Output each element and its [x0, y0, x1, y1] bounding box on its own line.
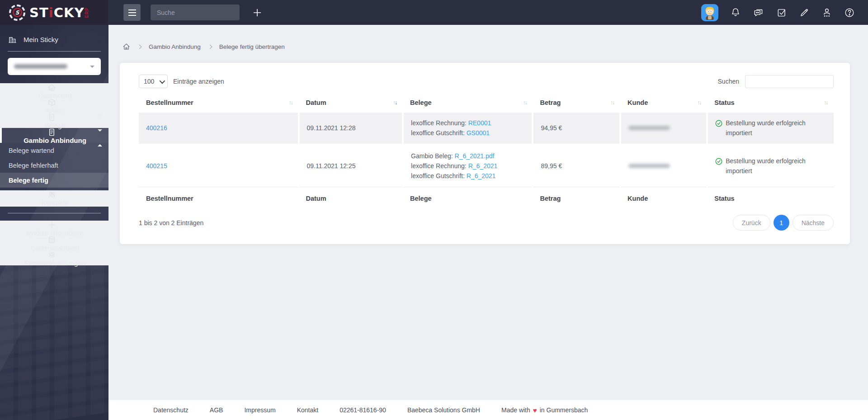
cell-belege: lexoffice Rechnung: RE0001 lexoffice Gut…	[403, 113, 533, 145]
pagination: Zurück 1 Nächste	[733, 215, 834, 231]
sidebar-item-module-hinzufuegen[interactable]: Module hinzufügen	[0, 221, 108, 236]
home-icon	[47, 83, 56, 92]
column-header-kunde[interactable]: Kunde	[620, 96, 707, 113]
sidebar-subitem-belege-fertig[interactable]: Belege fertig	[0, 173, 108, 188]
document-link[interactable]: RE0001	[468, 119, 491, 127]
question-icon	[844, 7, 855, 18]
bell-icon	[730, 7, 741, 18]
status-text: Bestellung wurde erfolgreich importiert	[726, 118, 826, 138]
home-icon	[123, 43, 130, 51]
breadcrumb-home-link[interactable]	[123, 43, 130, 51]
tasks-button[interactable]	[776, 7, 787, 18]
sort-icon	[523, 99, 526, 106]
plus-icon	[47, 221, 56, 229]
chevron-down-icon	[98, 114, 102, 117]
brand-text: STiCKY	[29, 5, 84, 20]
sort-icon	[697, 99, 701, 106]
document-link[interactable]: R_6_2021.pdf	[455, 152, 495, 160]
footer-phone-link[interactable]: 02261-81616-90	[340, 406, 386, 414]
sidebar-item-belege[interactable]: Belege	[0, 113, 108, 128]
success-check-icon	[715, 120, 722, 127]
sidebar-divider	[8, 213, 101, 213]
topbar: S STiCKY ERP	[0, 0, 868, 25]
column-header-datum[interactable]: Datum	[299, 96, 403, 113]
column-header-betrag[interactable]: Betrag	[533, 96, 620, 113]
sidebar-item-dashboard[interactable]: Dashboard	[0, 83, 108, 98]
hamburger-menu-button[interactable]	[123, 4, 141, 21]
column-header-bestellnummer[interactable]: Bestellnummer	[139, 96, 299, 113]
pagination-prev-button[interactable]: Zurück	[733, 215, 770, 231]
cell-kunde	[620, 113, 707, 145]
footer-company-link[interactable]: Baebeca Solutions GmbH	[407, 406, 480, 414]
breadcrumb: Gambio Anbindung Belege fertig übertrage…	[120, 43, 850, 51]
chevron-down-icon	[98, 129, 102, 132]
sidebar-item-mein-sticky[interactable]: Mein Sticky	[0, 31, 108, 47]
cell-datum: 09.11.2021 12:28	[299, 113, 403, 145]
table-info: 1 bis 2 von 2 Einträgen	[139, 219, 203, 227]
column-header-belege[interactable]: Belege	[403, 96, 533, 113]
global-search-input[interactable]	[151, 5, 240, 20]
sidebar-subitem-belege-fehlerhaft[interactable]: Belege fehlerhaft	[0, 158, 108, 173]
cell-datum: 09.11.2021 12:25	[299, 145, 403, 187]
order-link[interactable]: 400216	[146, 124, 167, 132]
sort-icon-desc-active	[393, 99, 396, 106]
sidebar-item-datenstrukturen[interactable]: Datenstrukturen	[0, 236, 108, 250]
page-length-select[interactable]: 100	[139, 75, 168, 88]
messages-button[interactable]	[753, 7, 764, 18]
footer-column-bestellnummer: Bestellnummer	[139, 187, 299, 204]
document-link[interactable]: R_6_2021	[468, 162, 498, 170]
heart-icon: ♥	[533, 406, 537, 414]
sidebar-item-gambio-anbindung[interactable]: Gambio Anbindung	[0, 128, 108, 143]
column-header-status[interactable]: Status	[707, 96, 834, 113]
page-footer: Datenschutz AGB Impressum Kontakt 02261-…	[108, 400, 868, 420]
cell-betrag: 94,95 €	[533, 113, 620, 145]
table-footer-row: Bestellnummer Datum Belege Betrag Kunde …	[139, 187, 834, 204]
notes-button[interactable]	[799, 7, 810, 18]
footer-column-status: Status	[707, 187, 834, 204]
footer-made-with: Made with ♥ in Gummersbach	[501, 406, 588, 414]
sidebar: Mein Sticky Dashboard	[0, 25, 108, 420]
order-link[interactable]: 400215	[146, 162, 167, 170]
add-button[interactable]	[252, 8, 262, 18]
breadcrumb-separator-icon	[208, 45, 212, 49]
document-link[interactable]: R_6_2021	[467, 172, 496, 179]
document-link[interactable]: GS0001	[467, 129, 490, 137]
footer-column-kunde: Kunde	[620, 187, 707, 204]
success-check-icon	[715, 158, 722, 165]
pagination-next-button[interactable]: Nächste	[793, 215, 834, 231]
cell-bestellnummer: 400216	[139, 113, 299, 145]
cell-kunde	[620, 145, 707, 187]
gear-icon	[47, 250, 56, 259]
sidebar-item-firmeneinstellungen[interactable]: Firmeneinstellungen	[0, 250, 108, 265]
cell-bestellnummer: 400215	[139, 145, 299, 187]
main-content: Gambio Anbindung Belege fertig übertrage…	[108, 25, 868, 400]
table-search-input[interactable]	[745, 75, 834, 88]
avatar[interactable]	[701, 4, 718, 21]
sidebar-item-kontakte[interactable]: Kontakte	[0, 190, 108, 207]
sort-icon	[824, 99, 827, 106]
shop-select[interactable]	[8, 58, 101, 75]
account-button[interactable]	[821, 7, 832, 18]
contacts-icon	[47, 190, 56, 199]
footer-link-impressum[interactable]: Impressum	[244, 406, 275, 414]
breadcrumb-item-gambio[interactable]: Gambio Anbindung	[149, 43, 201, 50]
package-icon	[47, 98, 56, 107]
brand-logo[interactable]: S STiCKY ERP	[0, 0, 108, 25]
sidebar-nav: Dashboard Artikel Belege	[0, 83, 108, 207]
sidebar-item-artikel[interactable]: Artikel	[0, 98, 108, 113]
sidebar-subitem-belege-wartend[interactable]: Belege wartend	[0, 143, 108, 158]
pagination-page-1[interactable]: 1	[774, 215, 789, 231]
document-icon	[47, 128, 56, 137]
breadcrumb-item-current: Belege fertig übertragen	[219, 43, 285, 50]
plus-icon	[252, 8, 262, 18]
database-icon	[47, 236, 56, 244]
footer-column-belege: Belege	[403, 187, 533, 204]
notifications-button[interactable]	[730, 7, 741, 18]
table-card: 100 Einträge anzeigen Suchen Bestellnumm…	[120, 63, 850, 244]
table-header-row: Bestellnummer Datum Belege Betrag Kunde …	[139, 96, 834, 113]
footer-link-kontakt[interactable]: Kontakt	[297, 406, 318, 414]
sidebar-item-label: Kontakte	[42, 199, 68, 207]
help-button[interactable]	[844, 7, 855, 18]
footer-link-datenschutz[interactable]: Datenschutz	[153, 406, 189, 414]
footer-link-agb[interactable]: AGB	[210, 406, 223, 414]
